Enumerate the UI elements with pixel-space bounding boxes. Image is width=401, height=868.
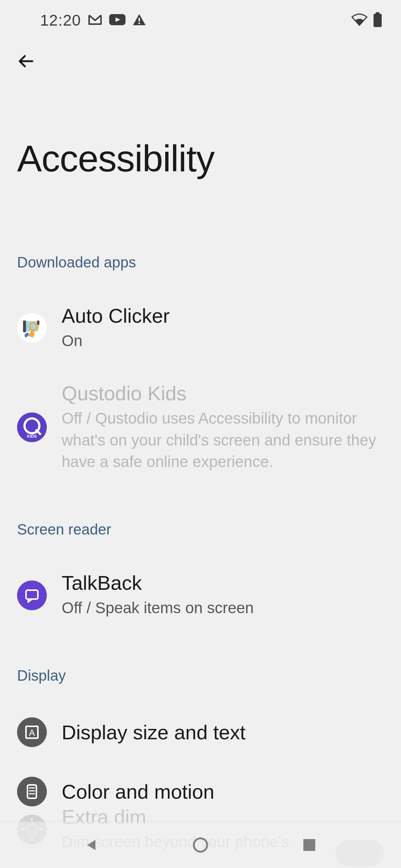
status-bar: 12:20 <box>0 0 401 41</box>
gmail-icon <box>88 14 102 27</box>
svg-rect-1 <box>138 18 140 22</box>
svg-point-29 <box>194 838 207 852</box>
battery-icon <box>373 12 382 29</box>
section-header-display: Display <box>0 634 401 684</box>
setting-display-size[interactable]: A Display size and text <box>0 703 401 762</box>
svg-rect-2 <box>138 23 140 24</box>
setting-talkback[interactable]: TalkBack Off / Speak items on screen <box>0 556 401 634</box>
setting-texts: Display size and text <box>62 721 384 744</box>
arrow-back-icon <box>17 52 35 70</box>
settings-content: Downloaded apps Auto Clicker On <box>0 180 401 821</box>
svg-rect-8 <box>37 320 39 325</box>
nav-home-button[interactable] <box>186 830 215 860</box>
setting-qustodio[interactable]: KIDS Qustodio Kids Off / Qustodio uses A… <box>0 367 401 488</box>
svg-text:A: A <box>29 728 35 738</box>
nav-recent-button[interactable] <box>294 830 324 860</box>
setting-subtitle: Off / Qustodio uses Accessibility to mon… <box>62 408 384 473</box>
display-size-icon: A <box>17 717 47 747</box>
svg-rect-4 <box>374 14 382 27</box>
triangle-back-icon <box>84 838 99 852</box>
wifi-icon <box>351 13 368 27</box>
square-recent-icon <box>303 838 316 852</box>
warning-icon <box>132 13 146 27</box>
setting-title: Display size and text <box>62 721 384 744</box>
back-button[interactable] <box>14 49 38 73</box>
setting-texts: Qustodio Kids Off / Qustodio uses Access… <box>62 382 384 473</box>
svg-rect-30 <box>303 839 315 851</box>
section-header-screen-reader: Screen reader <box>0 488 401 538</box>
status-time: 12:20 <box>40 11 81 29</box>
svg-rect-3 <box>376 12 379 14</box>
nav-back-button[interactable] <box>77 830 107 860</box>
auto-clicker-icon <box>17 313 47 343</box>
youtube-icon <box>109 14 125 27</box>
status-right <box>351 12 382 29</box>
svg-text:KIDS: KIDS <box>27 434 37 438</box>
setting-title: TalkBack <box>62 571 384 594</box>
setting-subtitle: Off / Speak items on screen <box>62 597 384 619</box>
setting-title: Qustodio Kids <box>62 382 384 405</box>
section-header-downloaded: Downloaded apps <box>0 254 401 271</box>
app-header <box>0 41 401 82</box>
page-title: Accessibility <box>0 82 401 180</box>
svg-rect-7 <box>23 320 26 332</box>
setting-title: Auto Clicker <box>62 304 384 327</box>
circle-home-icon <box>192 837 209 853</box>
svg-point-13 <box>17 581 47 610</box>
setting-texts: Auto Clicker On <box>62 304 384 352</box>
status-left: 12:20 <box>40 11 146 29</box>
setting-subtitle: On <box>62 330 384 352</box>
talkback-icon <box>17 581 47 610</box>
setting-texts: TalkBack Off / Speak items on screen <box>62 571 384 619</box>
navigation-bar <box>0 822 401 868</box>
setting-auto-clicker[interactable]: Auto Clicker On <box>0 289 401 367</box>
qustodio-icon: KIDS <box>17 412 47 442</box>
